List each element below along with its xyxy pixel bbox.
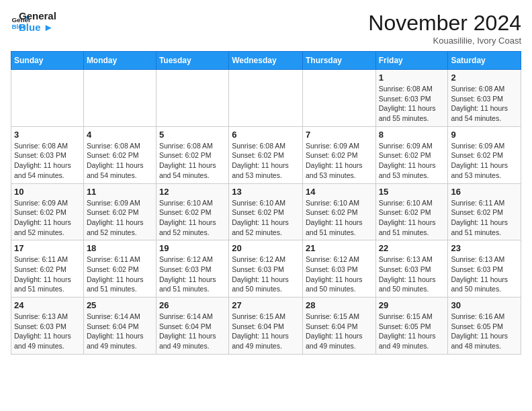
day-number: 16: [451, 187, 518, 197]
day-info: Sunrise: 6:09 AMSunset: 6:02 PMDaylight:…: [451, 141, 518, 181]
day-cell: 6Sunrise: 6:08 AMSunset: 6:02 PMDaylight…: [229, 126, 303, 183]
logo-general: General: [19, 11, 56, 22]
day-cell: 1Sunrise: 6:08 AMSunset: 6:03 PMDaylight…: [375, 70, 448, 127]
day-cell: [83, 70, 156, 127]
weekday-header-thursday: Thursday: [302, 52, 375, 70]
day-cell: 30Sunrise: 6:16 AMSunset: 6:05 PMDayligh…: [448, 298, 521, 355]
day-info: Sunrise: 6:12 AMSunset: 6:03 PMDaylight:…: [306, 255, 373, 294]
day-info: Sunrise: 6:08 AMSunset: 6:02 PMDaylight:…: [232, 141, 300, 181]
day-number: 1: [379, 73, 445, 83]
day-number: 13: [232, 187, 300, 197]
day-number: 29: [379, 300, 445, 310]
day-cell: 18Sunrise: 6:11 AMSunset: 6:02 PMDayligh…: [83, 240, 156, 298]
day-info: Sunrise: 6:15 AMSunset: 6:05 PMDaylight:…: [379, 312, 445, 351]
day-info: Sunrise: 6:08 AMSunset: 6:03 PMDaylight:…: [14, 141, 81, 181]
day-cell: 23Sunrise: 6:13 AMSunset: 6:03 PMDayligh…: [448, 240, 521, 298]
logo: General Blue General Blue ►: [11, 11, 56, 33]
day-info: Sunrise: 6:12 AMSunset: 6:03 PMDaylight:…: [232, 255, 300, 294]
day-cell: 8Sunrise: 6:09 AMSunset: 6:02 PMDaylight…: [375, 126, 448, 183]
day-cell: 13Sunrise: 6:10 AMSunset: 6:02 PMDayligh…: [229, 183, 303, 240]
weekday-header-row: SundayMondayTuesdayWednesdayThursdayFrid…: [11, 52, 521, 70]
day-number: 26: [159, 300, 226, 310]
day-info: Sunrise: 6:09 AMSunset: 6:02 PMDaylight:…: [14, 198, 81, 238]
calendar-body: 1Sunrise: 6:08 AMSunset: 6:03 PMDaylight…: [11, 70, 521, 355]
day-number: 7: [306, 130, 373, 140]
day-info: Sunrise: 6:13 AMSunset: 6:03 PMDaylight:…: [14, 312, 81, 351]
day-cell: 20Sunrise: 6:12 AMSunset: 6:03 PMDayligh…: [229, 240, 303, 298]
week-row-4: 17Sunrise: 6:11 AMSunset: 6:02 PMDayligh…: [11, 240, 521, 298]
day-info: Sunrise: 6:11 AMSunset: 6:02 PMDaylight:…: [87, 255, 153, 294]
day-number: 4: [87, 130, 153, 140]
week-row-3: 10Sunrise: 6:09 AMSunset: 6:02 PMDayligh…: [11, 183, 521, 240]
day-cell: 26Sunrise: 6:14 AMSunset: 6:04 PMDayligh…: [156, 298, 228, 355]
day-cell: 9Sunrise: 6:09 AMSunset: 6:02 PMDaylight…: [448, 126, 521, 183]
day-number: 27: [232, 300, 300, 310]
day-cell: 3Sunrise: 6:08 AMSunset: 6:03 PMDaylight…: [11, 126, 84, 183]
day-number: 2: [451, 73, 518, 83]
day-number: 15: [379, 187, 445, 197]
day-info: Sunrise: 6:08 AMSunset: 6:03 PMDaylight:…: [379, 84, 445, 124]
day-info: Sunrise: 6:12 AMSunset: 6:03 PMDaylight:…: [159, 255, 226, 294]
day-info: Sunrise: 6:15 AMSunset: 6:04 PMDaylight:…: [306, 312, 373, 351]
page-header: General Blue General Blue ► November 202…: [11, 11, 521, 46]
day-number: 20: [232, 243, 300, 253]
day-info: Sunrise: 6:08 AMSunset: 6:02 PMDaylight:…: [87, 141, 153, 181]
day-cell: 17Sunrise: 6:11 AMSunset: 6:02 PMDayligh…: [11, 240, 84, 298]
month-title: November 2024: [368, 11, 521, 36]
day-info: Sunrise: 6:13 AMSunset: 6:03 PMDaylight:…: [451, 255, 518, 294]
day-cell: 16Sunrise: 6:11 AMSunset: 6:02 PMDayligh…: [448, 183, 521, 240]
day-cell: 10Sunrise: 6:09 AMSunset: 6:02 PMDayligh…: [11, 183, 84, 240]
day-number: 14: [306, 187, 373, 197]
day-cell: 5Sunrise: 6:08 AMSunset: 6:02 PMDaylight…: [156, 126, 228, 183]
location-subtitle: Kouasililie, Ivory Coast: [368, 36, 521, 46]
day-number: 24: [14, 300, 81, 310]
day-info: Sunrise: 6:10 AMSunset: 6:02 PMDaylight:…: [379, 198, 445, 238]
day-cell: 2Sunrise: 6:08 AMSunset: 6:03 PMDaylight…: [448, 70, 521, 127]
day-info: Sunrise: 6:16 AMSunset: 6:05 PMDaylight:…: [451, 312, 518, 351]
day-number: 22: [379, 243, 445, 253]
day-info: Sunrise: 6:11 AMSunset: 6:02 PMDaylight:…: [14, 255, 81, 294]
day-cell: 7Sunrise: 6:09 AMSunset: 6:02 PMDaylight…: [302, 126, 375, 183]
day-info: Sunrise: 6:11 AMSunset: 6:02 PMDaylight:…: [451, 198, 518, 238]
weekday-header-monday: Monday: [83, 52, 156, 70]
day-number: 21: [306, 243, 373, 253]
weekday-header-friday: Friday: [375, 52, 448, 70]
logo-blue: Blue ►: [19, 22, 56, 34]
day-number: 10: [14, 187, 81, 197]
day-cell: [11, 70, 84, 127]
day-number: 23: [451, 243, 518, 253]
day-info: Sunrise: 6:10 AMSunset: 6:02 PMDaylight:…: [306, 198, 373, 238]
week-row-1: 1Sunrise: 6:08 AMSunset: 6:03 PMDaylight…: [11, 70, 521, 127]
day-number: 3: [14, 130, 81, 140]
weekday-header-saturday: Saturday: [448, 52, 521, 70]
day-info: Sunrise: 6:10 AMSunset: 6:02 PMDaylight:…: [159, 198, 226, 238]
day-info: Sunrise: 6:15 AMSunset: 6:04 PMDaylight:…: [232, 312, 300, 351]
day-cell: 12Sunrise: 6:10 AMSunset: 6:02 PMDayligh…: [156, 183, 228, 240]
weekday-header-sunday: Sunday: [11, 52, 84, 70]
day-number: 18: [87, 243, 153, 253]
day-info: Sunrise: 6:09 AMSunset: 6:02 PMDaylight:…: [306, 141, 373, 181]
day-number: 19: [159, 243, 226, 253]
day-cell: 14Sunrise: 6:10 AMSunset: 6:02 PMDayligh…: [302, 183, 375, 240]
day-number: 17: [14, 243, 81, 253]
day-cell: 15Sunrise: 6:10 AMSunset: 6:02 PMDayligh…: [375, 183, 448, 240]
weekday-header-tuesday: Tuesday: [156, 52, 228, 70]
day-cell: 27Sunrise: 6:15 AMSunset: 6:04 PMDayligh…: [229, 298, 303, 355]
day-cell: 24Sunrise: 6:13 AMSunset: 6:03 PMDayligh…: [11, 298, 84, 355]
day-info: Sunrise: 6:09 AMSunset: 6:02 PMDaylight:…: [379, 141, 445, 181]
day-cell: 25Sunrise: 6:14 AMSunset: 6:04 PMDayligh…: [83, 298, 156, 355]
day-cell: 29Sunrise: 6:15 AMSunset: 6:05 PMDayligh…: [375, 298, 448, 355]
week-row-5: 24Sunrise: 6:13 AMSunset: 6:03 PMDayligh…: [11, 298, 521, 355]
day-number: 30: [451, 300, 518, 310]
day-cell: 21Sunrise: 6:12 AMSunset: 6:03 PMDayligh…: [302, 240, 375, 298]
day-info: Sunrise: 6:09 AMSunset: 6:02 PMDaylight:…: [87, 198, 153, 238]
day-cell: 22Sunrise: 6:13 AMSunset: 6:03 PMDayligh…: [375, 240, 448, 298]
day-info: Sunrise: 6:13 AMSunset: 6:03 PMDaylight:…: [379, 255, 445, 294]
day-info: Sunrise: 6:14 AMSunset: 6:04 PMDaylight:…: [87, 312, 153, 351]
day-cell: [302, 70, 375, 127]
day-cell: 11Sunrise: 6:09 AMSunset: 6:02 PMDayligh…: [83, 183, 156, 240]
day-number: 11: [87, 187, 153, 197]
weekday-header-wednesday: Wednesday: [229, 52, 303, 70]
day-info: Sunrise: 6:10 AMSunset: 6:02 PMDaylight:…: [232, 198, 300, 238]
day-info: Sunrise: 6:08 AMSunset: 6:03 PMDaylight:…: [451, 84, 518, 124]
